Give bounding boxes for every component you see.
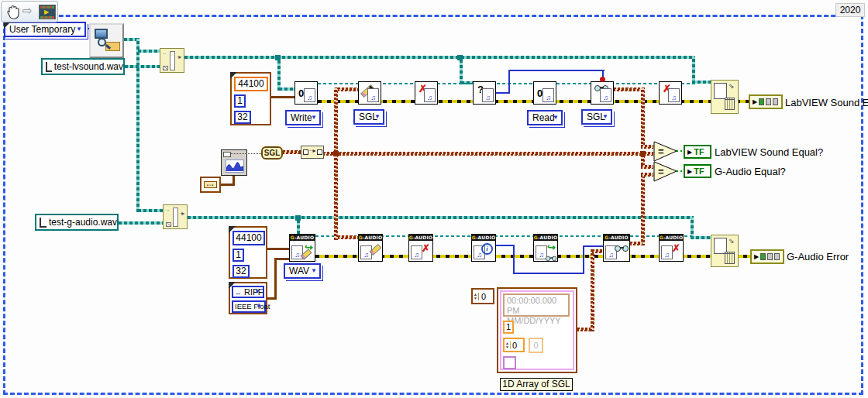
bits-constant[interactable]: 32: [232, 265, 250, 278]
info-icon: i: [481, 243, 493, 255]
g-audio-info-node[interactable]: G-AUDIO ♫ i: [471, 234, 496, 262]
index-spinner[interactable]: ▲▼: [505, 341, 511, 349]
bits-constant[interactable]: 32: [234, 111, 251, 124]
wire-junction: [295, 215, 301, 221]
wire-path: [691, 236, 711, 239]
base-directory-ring[interactable]: User Temporary ▼: [4, 22, 86, 37]
g-audio-close-node[interactable]: G-AUDIO ♫ ✗: [408, 234, 433, 262]
document-icon: [714, 83, 727, 99]
t0-date: MM/DD/YYYY: [507, 316, 566, 326]
file-name-constant-gaudio[interactable]: test-g-audio.wav: [35, 214, 119, 231]
attributes-variant-box[interactable]: [503, 356, 516, 369]
y-array-index[interactable]: ▲▼ 0: [503, 338, 525, 352]
sound-file-open-read-node[interactable]: 0 ♫: [533, 81, 556, 105]
container-ring[interactable]: ↔ RIFF ▼: [232, 286, 264, 298]
wire-cluster: [274, 258, 289, 260]
build-path-node-2[interactable]: ∙∙ ∙▸: [163, 204, 188, 229]
get-system-directory-node[interactable]: [89, 23, 124, 58]
lv-sound-error-indicator[interactable]: ▶: [749, 94, 783, 109]
g-audio-write-node[interactable]: G-AUDIO ♫: [358, 234, 383, 262]
wire-boolean: [677, 170, 684, 172]
wire-path: [460, 57, 463, 84]
wire-i32: [513, 273, 584, 274]
delete-file-node[interactable]: ⇘: [711, 80, 739, 114]
g-audio-equal-indicator[interactable]: ▶ TF: [684, 164, 711, 178]
g-audio-error-indicator[interactable]: ▶: [750, 249, 784, 264]
channels-constant[interactable]: 1: [232, 249, 244, 262]
wire-sgl-array: [641, 165, 653, 169]
chevron-down-icon: ▼: [311, 265, 317, 277]
sound-file-close-node-2[interactable]: ✗ ♫: [659, 81, 682, 105]
channels-constant[interactable]: 1: [234, 94, 246, 108]
wire-cluster: [232, 176, 235, 186]
build-path-node[interactable]: ∙∙ ∙▸: [160, 48, 184, 73]
build-array-node[interactable]: ∙∙▸: [301, 146, 324, 159]
sound-file-write-node[interactable]: ♫: [358, 81, 381, 105]
chevron-down-icon: ▼: [374, 111, 381, 123]
sound-file-icon: ♫: [542, 88, 554, 102]
sound-file-icon: ♫: [411, 245, 422, 259]
file-format-cluster[interactable]: ↔ RIFF ▼ IEEE Float ▼: [229, 282, 267, 314]
g-audio-read-node[interactable]: G-AUDIO ♫: [603, 234, 630, 262]
open-mode-ring[interactable]: Write ▼: [285, 110, 321, 125]
waveform-array-index[interactable]: ▲▼ 0: [471, 288, 494, 304]
source-square: [773, 98, 778, 105]
navigate-arrow-icon[interactable]: ⇨: [22, 4, 33, 18]
equal-node-top[interactable]: =: [653, 141, 677, 162]
delete-file-node-2[interactable]: ⇘: [711, 235, 739, 267]
svg-text:=: =: [658, 146, 664, 157]
lv-sound-equal-indicator[interactable]: ▶ TF: [684, 145, 711, 159]
g-audio-open-read-node[interactable]: G-AUDIO ♫ ↪: [533, 234, 558, 262]
open-format-ring[interactable]: WAV ▼: [284, 263, 321, 279]
g-audio-open-write-node[interactable]: G-AUDIO ♫ ↪: [289, 234, 315, 262]
index-spinner[interactable]: ▲▼: [473, 293, 479, 300]
base-directory-label: User Temporary: [9, 24, 75, 35]
file-name-text: test-lvsound.wav: [54, 61, 123, 72]
waveform-component-constant[interactable]: ▪▫▪: [200, 177, 221, 193]
g-audio-format-cluster[interactable]: 44100 1 32: [229, 226, 267, 279]
wire-sgl-array: [334, 87, 338, 240]
terminal-arrow-icon: ▶: [687, 168, 692, 175]
tools-palette: ⇨ ▶: [1, 1, 58, 22]
sound-format-cluster[interactable]: 44100 1 32: [230, 72, 271, 125]
path-glyph-icon: [46, 62, 52, 72]
scroll-hand-icon[interactable]: [6, 5, 20, 20]
chevron-down-icon: ▼: [602, 111, 608, 123]
wire-cluster: [274, 258, 277, 300]
status-square: [760, 253, 766, 260]
wire-path: [136, 38, 140, 212]
read-mode-ring[interactable]: Read ▼: [527, 110, 563, 125]
to-sgl-conversion[interactable]: SGL: [261, 146, 283, 160]
wire-i32: [513, 245, 515, 274]
write-type-ring[interactable]: SGL ▼: [353, 109, 384, 125]
waveform-array-constant[interactable]: 00:00:00.000 PM MM/DD/YYYY 1 ▲▼ 0 0: [497, 287, 577, 373]
encoding-ring[interactable]: IEEE Float ▼: [232, 300, 266, 313]
file-name-text: test-g-audio.wav: [49, 217, 117, 228]
sample-rate-constant[interactable]: 44100: [232, 231, 265, 245]
sound-file-read-node[interactable]: ♫: [591, 81, 614, 105]
dt-constant[interactable]: 1: [503, 321, 514, 334]
version-text: 2020: [840, 5, 861, 15]
sample-rate-constant[interactable]: 44100: [234, 77, 268, 91]
wire-sgl-array: [641, 173, 653, 177]
sound-file-open-write-node[interactable]: 0 ♫: [294, 81, 318, 105]
wire-i32: [583, 245, 603, 247]
y-array-element[interactable]: 0: [529, 338, 543, 353]
chevron-down-icon: ▼: [256, 302, 262, 311]
index-value: 0: [479, 292, 486, 301]
sound-file-close-node[interactable]: ✗ ♫: [415, 81, 438, 105]
wire-i32: [496, 245, 515, 246]
wire-path: [184, 56, 695, 59]
g-audio-close-node-2[interactable]: G-AUDIO ♫ ✗: [659, 234, 684, 262]
file-name-constant-lvsound[interactable]: test-lvsound.wav: [41, 58, 125, 75]
wire-path: [279, 87, 294, 91]
timestamp-constant[interactable]: 00:00:00.000 PM MM/DD/YYYY: [503, 293, 570, 317]
constant-fold: [229, 226, 236, 233]
vi-icon[interactable]: ▶: [39, 5, 56, 19]
read-type-ring[interactable]: SGL ▼: [581, 109, 612, 125]
waveform-array-label[interactable]: 1D Array of SGL: [500, 378, 573, 391]
equal-node-bottom[interactable]: =: [653, 161, 677, 182]
sound-file-info-node[interactable]: ? ♫: [473, 81, 496, 105]
wire-sgl-array: [591, 249, 594, 331]
wire-sgl-array: [283, 150, 301, 154]
